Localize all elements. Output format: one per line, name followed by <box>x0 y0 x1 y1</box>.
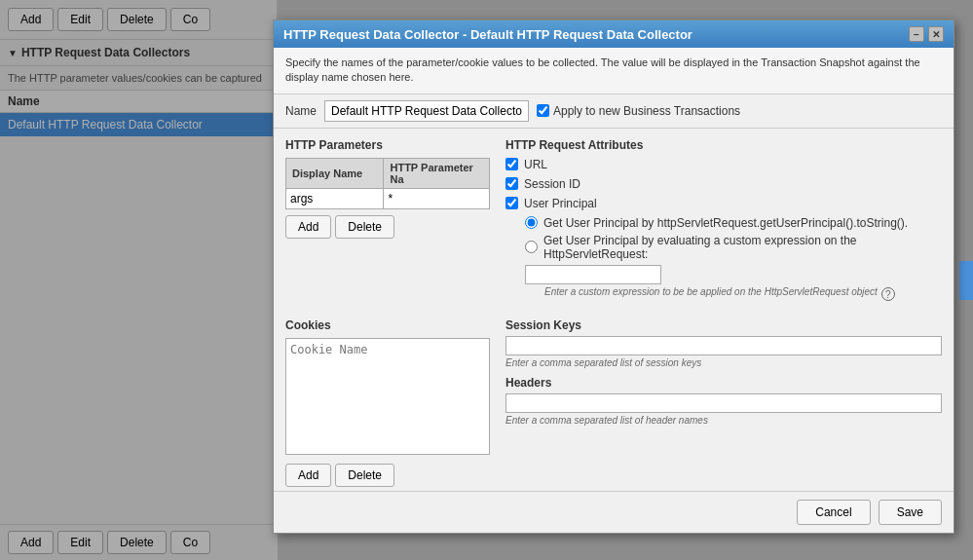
headers-section: Headers Enter a comma separated list of … <box>505 376 942 426</box>
params-buttons: Add Delete <box>285 215 490 239</box>
name-input[interactable] <box>324 100 529 122</box>
cancel-button[interactable]: Cancel <box>797 500 870 525</box>
session-keys-section: Session Keys Enter a comma separated lis… <box>505 318 942 368</box>
session-id-checkbox[interactable] <box>505 177 518 190</box>
display-name-input[interactable] <box>286 189 383 208</box>
http-params-title: HTTP Parameters <box>285 138 490 152</box>
help-icon[interactable]: ? <box>881 287 895 301</box>
radio1-row: Get User Principal by httpServletRequest… <box>525 216 942 230</box>
cookies-textarea[interactable] <box>285 338 490 455</box>
cookies-buttons: Add Delete <box>285 464 490 487</box>
radio2-label: Get User Principal by evaluating a custo… <box>543 234 942 261</box>
cookies-title: Cookies <box>285 318 490 332</box>
url-label: URL <box>524 158 547 171</box>
cookies-section: Cookies Add Delete <box>285 318 490 487</box>
radio2[interactable] <box>525 241 538 253</box>
radio1[interactable] <box>525 216 538 229</box>
headers-input[interactable] <box>505 393 942 413</box>
modal-titlebar: HTTP Request Data Collector - Default HT… <box>274 20 954 48</box>
param-name-input[interactable] <box>384 189 489 208</box>
modal-titlebar-buttons: − ✕ <box>909 26 944 42</box>
session-id-attr-row: Session ID <box>505 177 942 191</box>
modal-name-row: Name Apply to new Business Transactions <box>274 94 954 129</box>
display-name-cell <box>286 188 384 208</box>
modal-footer: Cancel Save <box>274 491 954 533</box>
params-table: Display Name HTTP Parameter Na <box>285 158 490 209</box>
right-edge-indicator <box>959 261 973 300</box>
http-attrs-section: HTTP Request Attributes URL Session ID U… <box>505 138 942 311</box>
params-add-button[interactable]: Add <box>285 215 331 239</box>
params-row <box>286 188 490 208</box>
session-headers-section: Session Keys Enter a comma separated lis… <box>505 318 942 487</box>
save-button[interactable]: Save <box>879 500 942 525</box>
param-name-cell <box>384 188 490 208</box>
col-param-name: HTTP Parameter Na <box>384 158 490 188</box>
close-button[interactable]: ✕ <box>928 26 944 42</box>
custom-expression-hint: Enter a custom expression to be be appli… <box>544 286 878 297</box>
radio1-label: Get User Principal by httpServletRequest… <box>543 216 908 230</box>
apply-checkbox[interactable] <box>537 104 549 117</box>
session-keys-input[interactable] <box>505 336 942 355</box>
name-label: Name <box>285 104 317 118</box>
modal-main-body: HTTP Parameters Display Name HTTP Parame… <box>274 129 954 315</box>
user-principal-attr-row: User Principal <box>505 197 942 210</box>
session-keys-hint: Enter a comma separated list of session … <box>505 357 942 368</box>
cookies-row: Cookies Add Delete Session Keys Enter a … <box>274 315 954 491</box>
modal-title: HTTP Request Data Collector - Default HT… <box>283 27 692 42</box>
user-principal-checkbox[interactable] <box>505 197 518 209</box>
cookies-add-button[interactable]: Add <box>285 464 331 487</box>
http-params-section: HTTP Parameters Display Name HTTP Parame… <box>285 138 490 311</box>
modal-dialog: HTTP Request Data Collector - Default HT… <box>273 19 954 534</box>
modal-description: Specify the names of the parameter/cooki… <box>274 48 954 94</box>
custom-expression-input[interactable] <box>525 265 661 284</box>
apply-checkbox-label: Apply to new Business Transactions <box>537 104 740 118</box>
col-display-name: Display Name <box>286 158 384 188</box>
session-keys-title: Session Keys <box>505 318 942 332</box>
user-principal-label: User Principal <box>524 197 597 210</box>
headers-title: Headers <box>505 376 942 390</box>
params-delete-button[interactable]: Delete <box>335 215 394 239</box>
http-attrs-title: HTTP Request Attributes <box>505 138 942 152</box>
headers-hint: Enter a comma separated list of header n… <box>505 415 942 426</box>
cookies-delete-button[interactable]: Delete <box>335 464 394 487</box>
url-attr-row: URL <box>505 158 942 171</box>
session-id-label: Session ID <box>524 177 580 191</box>
minimize-button[interactable]: − <box>909 26 924 42</box>
radio2-row: Get User Principal by evaluating a custo… <box>525 234 942 261</box>
url-checkbox[interactable] <box>505 158 518 170</box>
